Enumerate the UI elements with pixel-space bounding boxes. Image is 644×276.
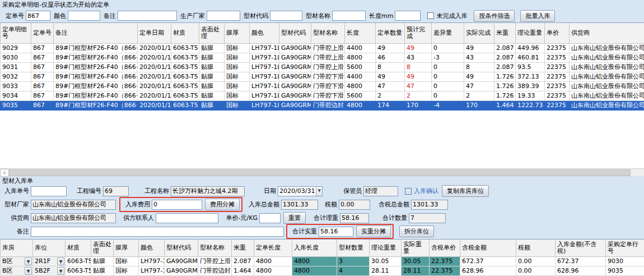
batch-inbound-button[interactable]: 批量入库 [520,10,555,22]
column-header[interactable]: 实际完成 [464,23,494,43]
filter-input-order-no[interactable] [26,11,50,21]
total-amount-input[interactable] [281,200,318,210]
reset-button[interactable]: 重置 [283,212,306,224]
column-header[interactable]: 含税金额 [460,240,516,256]
supplier-input[interactable] [31,213,116,223]
column-header[interactable]: 供货商 [570,23,644,43]
cell: 4800 [345,53,376,62]
column-header[interactable]: 长度 [345,23,376,43]
column-header[interactable]: 定单号 [31,23,54,43]
total-actual-input[interactable] [319,227,353,237]
cell: 9034 [1,91,31,100]
filter-input-profile-code[interactable] [270,11,302,21]
column-header[interactable]: 米重 [494,23,516,43]
column-header[interactable]: 型材名称 [311,23,345,43]
total-qty-input[interactable] [409,213,446,223]
checkbox-icon[interactable] [405,188,412,195]
date-dropdown-icon[interactable]: ▼ [316,187,322,196]
filter-label-order-no: 定单号 [6,12,24,20]
filter-input-length[interactable] [395,11,421,21]
table-row[interactable]: 903386789#门框型材F26-F40（866+867）2020/01/13… [1,81,644,91]
column-header[interactable]: 表面处理 [199,23,225,43]
project-name-input[interactable] [171,186,245,196]
column-header[interactable]: 理论重量 [516,23,545,43]
filter-input-profile-name[interactable] [332,11,366,21]
scroll-left-icon[interactable]: ‹ [0,169,9,177]
date-input[interactable]: 2020/03/31 ▼ [278,186,323,196]
tax-total-input[interactable] [411,200,448,210]
column-header[interactable]: 米重 [232,240,254,256]
copy-warehouse-button[interactable]: 复制库房库位 [442,185,489,197]
column-header[interactable]: 入库金额(不含税) [556,240,606,256]
keeper-input[interactable] [363,186,398,196]
table-row[interactable]: 903486789#门框型材F26-F40（866+867）2020/01/13… [1,91,644,100]
filter-input-remark[interactable] [118,11,177,21]
column-header[interactable]: 表面处理 [91,240,114,256]
column-header[interactable]: 型材代码 [165,240,198,256]
unit-price-input[interactable] [259,213,281,223]
table-row[interactable]: 903086789#门框型材F26-F40（866+867）2020/01/13… [1,53,644,62]
table-row[interactable]: 903186789#门框型材F26-F40（866+867）2020/01/13… [1,62,644,72]
dropdown-icon[interactable]: ▼ [25,257,32,265]
project-no-input[interactable] [103,186,129,196]
unfinished-inbound-checkbox[interactable]: 未完成入库 [427,12,467,20]
table-row[interactable]: 903286789#门框型材F26-F40（866+867）2020/01/13… [1,72,644,81]
tax-label: 税额 [321,200,337,209]
column-header[interactable]: 含税单价 [430,240,460,256]
checkbox-icon[interactable] [427,12,434,19]
fee-allocate-button[interactable]: 费用分摊 [205,199,240,210]
inbound-fee-input[interactable] [152,200,202,210]
horizontal-scrollbar[interactable]: ‹ [0,168,644,176]
column-header[interactable]: 实际重量 [402,240,430,256]
column-header[interactable]: 定单明细号 [1,23,31,43]
column-header[interactable]: 库位 [33,240,66,256]
column-header[interactable]: 定单日期 [138,23,171,43]
cell: 170 [464,100,494,110]
column-header[interactable]: 型材代码 [279,23,311,43]
column-header[interactable]: 库房 [1,240,33,256]
dropdown-icon[interactable]: ▼ [25,267,32,275]
column-header[interactable]: 型材数量 [337,240,370,256]
tax-input[interactable] [339,200,370,210]
column-header[interactable]: 入库长度 [292,240,337,256]
column-header[interactable]: 颜色 [139,240,165,256]
column-header[interactable]: 定单数量 [376,23,405,43]
column-header[interactable]: 膜厚 [225,23,250,43]
dropdown-icon[interactable]: ▼ [57,257,64,265]
total-theory-input[interactable] [340,213,369,223]
factory-input[interactable] [31,200,116,210]
filter-input-manufacturer[interactable] [207,11,240,21]
column-header[interactable]: 差异量 [432,23,464,43]
table-row[interactable]: 903586789#门框型材F26-F40（866+867）2020/01/13… [1,100,644,110]
column-header[interactable]: 定单长度 [254,240,292,256]
actual-allocate-button[interactable]: 实重分摊 [356,226,391,237]
column-header[interactable]: 采购定单行号 [606,240,644,256]
column-header[interactable]: 单价 [545,23,570,43]
remark-input[interactable] [31,227,284,237]
column-header[interactable]: 型材名称 [198,240,232,256]
filter-by-condition-button[interactable]: 按条件筛选 [474,10,515,22]
column-header[interactable]: 预计完成 [405,23,432,43]
split-location-button[interactable]: 拆分库位 [399,226,434,237]
remark-label: 备注 [2,227,29,236]
filter-input-color[interactable] [68,11,100,21]
column-header[interactable]: 材质 [171,23,199,43]
inbound-confirm-checkbox[interactable]: 入库确认 [405,187,438,195]
table-row[interactable]: B区▼2R1F▼6063-T5贴膜国标LH797-1LL0GA90GRM03门带… [1,256,644,266]
column-header[interactable]: 膜厚 [114,240,139,256]
cell: 门带腔上滑 [311,62,345,72]
dropdown-icon[interactable]: ▼ [57,267,64,275]
table-row[interactable]: B区▼5B2F▼6063-T5贴膜国标LH797-1LL0GA90GRM05门带… [1,266,644,275]
inbound-no-input[interactable] [31,186,67,196]
column-header[interactable]: 材质 [66,240,91,256]
table-row[interactable]: 902986789#门框型材F26-F40（866+867）2020/01/13… [1,43,644,53]
cell: 2.087 [232,256,254,266]
supplier-contact-input[interactable] [156,213,218,223]
column-header[interactable]: 颜色 [250,23,279,43]
cell: LH797-1LL0 [250,91,279,100]
cell: 4800 [254,266,292,275]
column-header[interactable]: 备注 [54,23,138,43]
column-header[interactable]: 税额 [516,240,556,256]
scrollbar-thumb[interactable] [9,169,631,176]
column-header[interactable]: 理论重量 [370,240,402,256]
